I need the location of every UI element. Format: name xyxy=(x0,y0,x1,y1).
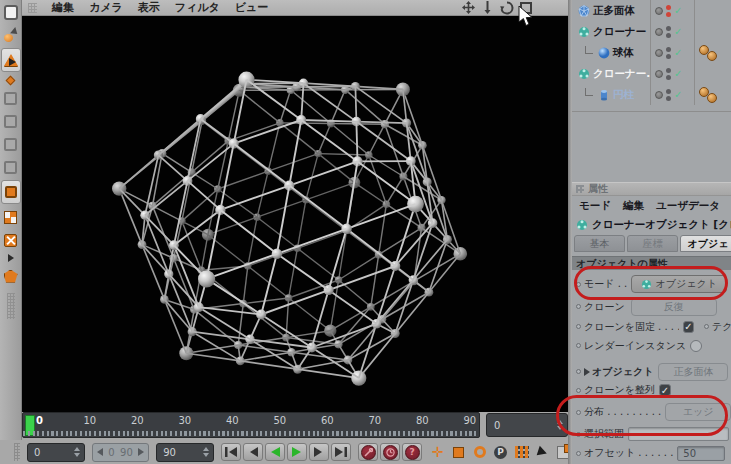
current-frame-field[interactable]: 0 xyxy=(486,413,568,437)
tab-coordinates[interactable]: 座標 xyxy=(627,235,678,252)
range-end-field[interactable]: 90 xyxy=(156,443,214,462)
range-start-stepper[interactable] xyxy=(74,447,80,457)
enabled-check-icon[interactable]: ✓ xyxy=(674,5,682,16)
frame-d-icon[interactable] xyxy=(1,157,21,177)
expander-icon[interactable] xyxy=(584,368,590,376)
preview-range-slider[interactable]: 0 90 xyxy=(92,443,149,462)
layer-dot-icon[interactable] xyxy=(655,91,663,99)
enabled-check-icon[interactable]: ✓ xyxy=(674,68,682,79)
visibility-toggles[interactable]: ✓ xyxy=(650,0,694,21)
visibility-dots-icon[interactable] xyxy=(666,68,671,80)
autokey-icon[interactable] xyxy=(380,443,400,461)
attr-menu-userdata[interactable]: ユーザデータ xyxy=(656,199,720,213)
layer-dot-icon[interactable] xyxy=(655,7,663,15)
pan-icon[interactable] xyxy=(462,1,475,14)
toolbar-grip-handle[interactable] xyxy=(7,293,15,319)
enabled-check-icon[interactable]: ✓ xyxy=(674,89,682,100)
visibility-toggles[interactable]: ✓ xyxy=(650,42,694,63)
enabled-check-icon[interactable]: ✓ xyxy=(674,26,682,37)
record-options-icon[interactable]: ? xyxy=(402,443,422,461)
menu-edit[interactable]: 編集 xyxy=(52,0,74,16)
clone-dropdown[interactable]: 反復 xyxy=(631,298,717,316)
cast-to-object-icon[interactable] xyxy=(1,25,21,45)
axis-lock-icon[interactable] xyxy=(1,75,21,85)
keyframe-dot[interactable] xyxy=(704,324,709,329)
range-end-stepper[interactable] xyxy=(203,447,209,457)
layer-dot-icon[interactable] xyxy=(655,70,663,78)
menu-filter[interactable]: フィルタ xyxy=(175,0,220,16)
keyframe-dot[interactable] xyxy=(576,282,581,287)
keyframe-dot[interactable] xyxy=(576,451,581,456)
record-parameter-icon[interactable]: P xyxy=(492,444,509,461)
tab-object[interactable]: オブジェ xyxy=(680,235,731,252)
attr-menu-edit[interactable]: 編集 xyxy=(623,199,644,213)
object-link-field[interactable]: 正多面体 xyxy=(658,363,728,381)
pointer-icon[interactable] xyxy=(534,444,551,461)
viewport-canvas[interactable] xyxy=(22,16,568,412)
make-editable-icon[interactable] xyxy=(1,48,21,72)
goto-start-icon[interactable] xyxy=(221,443,241,461)
visibility-toggles[interactable]: ✓ xyxy=(650,84,694,105)
fix-clones-checkbox[interactable]: ✓ xyxy=(683,321,694,333)
play-backward-icon[interactable] xyxy=(265,443,285,461)
next-frame-icon[interactable] xyxy=(309,443,329,461)
workplane-icon[interactable] xyxy=(1,230,21,250)
record-position-icon[interactable]: ✛ xyxy=(429,444,446,461)
offset-field[interactable]: 50 xyxy=(677,446,725,461)
selection-field[interactable] xyxy=(628,427,729,441)
enabled-check-icon[interactable]: ✓ xyxy=(674,47,682,58)
frame-stepper[interactable] xyxy=(557,420,563,430)
object-row-polyhedron[interactable]: 正多面体 ✓ xyxy=(572,0,731,21)
align-clones-checkbox[interactable]: ✓ xyxy=(659,384,671,396)
visibility-dots-icon[interactable] xyxy=(666,89,671,101)
timeline-ruler[interactable]: 0 10 20 30 40 50 60 70 80 90 xyxy=(22,412,480,438)
keyframe-dot[interactable] xyxy=(576,304,581,309)
range-start-field[interactable]: 0 xyxy=(27,443,85,462)
keyframe-dot[interactable] xyxy=(576,324,581,329)
material-tag-icon[interactable] xyxy=(707,93,717,103)
record-rotation-icon[interactable] xyxy=(471,444,488,461)
record-scale-icon[interactable] xyxy=(450,444,467,461)
prev-frame-icon[interactable] xyxy=(243,443,263,461)
visibility-toggles[interactable]: ✓ xyxy=(650,21,694,42)
menu-display[interactable]: 表示 xyxy=(138,0,160,16)
mini-arrow-icon[interactable] xyxy=(1,253,21,263)
material-tag-icon[interactable] xyxy=(707,51,717,61)
menu-view[interactable]: ビュー xyxy=(235,0,269,16)
keyframe-dots-icon[interactable] xyxy=(513,444,530,461)
keyframe-dot[interactable] xyxy=(576,388,581,393)
zoom-icon[interactable] xyxy=(481,1,494,14)
object-row-sphere[interactable]: 球体 ✓ xyxy=(572,42,731,63)
object-row-cloner1[interactable]: クローナー.1 ✓ xyxy=(572,63,731,84)
visibility-dots-icon[interactable] xyxy=(666,5,671,17)
uv-checker-icon[interactable] xyxy=(1,207,21,227)
record-keyframe-icon[interactable] xyxy=(358,443,378,461)
visibility-dots-icon[interactable] xyxy=(666,26,671,38)
polygon-mode-icon[interactable] xyxy=(1,266,21,286)
menu-camera[interactable]: カメラ xyxy=(89,0,123,16)
menubar-grip-handle[interactable] xyxy=(28,3,37,13)
layer-dot-icon[interactable] xyxy=(655,49,663,57)
frame-c-icon[interactable] xyxy=(1,134,21,154)
range-left-arrow-icon[interactable] xyxy=(97,448,103,456)
keyframe-dot[interactable] xyxy=(576,369,581,374)
visibility-toggles[interactable]: ✓ xyxy=(650,63,694,84)
mode-dropdown[interactable]: オブジェクト xyxy=(631,275,727,293)
frame-a-icon[interactable] xyxy=(1,88,21,108)
object-row-cylinder[interactable]: 円柱 ✓ xyxy=(572,84,731,105)
object-row-cloner[interactable]: クローナー ✓ xyxy=(572,21,731,42)
window-icon[interactable] xyxy=(1,2,21,22)
render-instance-checkbox[interactable]: ✓ xyxy=(690,340,702,352)
distribution-dropdown[interactable]: エッジ xyxy=(665,403,731,421)
keyframe-dot[interactable] xyxy=(576,432,581,437)
transport-grip-handle[interactable] xyxy=(14,443,20,461)
model-mode-icon[interactable] xyxy=(1,180,21,204)
tab-basic[interactable]: 基本 xyxy=(574,235,625,252)
goto-end-icon[interactable] xyxy=(331,443,351,461)
play-forward-icon[interactable] xyxy=(287,443,307,461)
visibility-dots-icon[interactable] xyxy=(666,47,671,59)
attr-menu-mode[interactable]: モード xyxy=(579,199,611,213)
keyframe-dot[interactable] xyxy=(576,343,581,348)
range-right-arrow-icon[interactable] xyxy=(138,448,144,456)
layer-dot-icon[interactable] xyxy=(655,28,663,36)
